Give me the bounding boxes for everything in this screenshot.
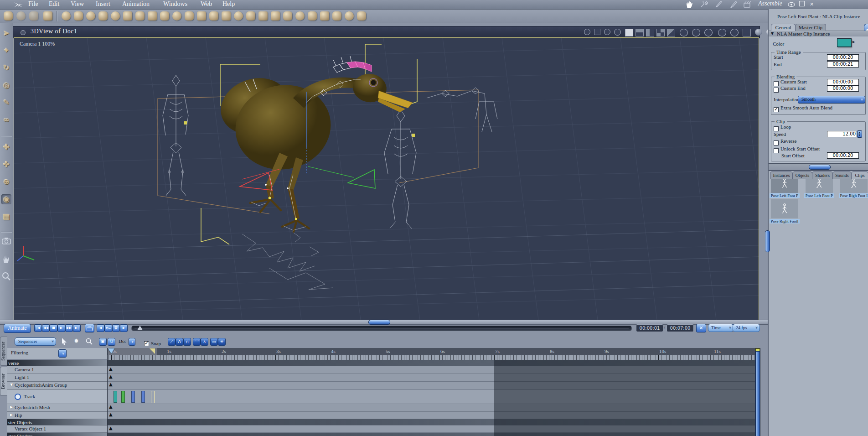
collapsed-icon[interactable]: ▶ [10, 413, 13, 417]
smoke-tool-icon[interactable] [246, 11, 255, 21]
time-ruler[interactable]: 0s 1s 2s 3s 4s 5s 6s 7s 8s 9s 10s 11s [108, 348, 755, 355]
wireframe-cube-icon[interactable] [743, 29, 751, 36]
3d-scene[interactable] [14, 38, 759, 320]
hand-tool-icon[interactable] [2, 254, 11, 264]
spotlight-tool-icon[interactable] [308, 11, 317, 21]
custom-end-field[interactable]: 00:00:00 [827, 85, 859, 92]
timeline-slider-thumb[interactable] [137, 326, 143, 330]
speed-field[interactable]: 12.00 [827, 131, 857, 137]
viewport-collapse-icon[interactable] [21, 30, 26, 35]
nla-clip-blue[interactable] [141, 391, 145, 403]
pen-mode-icon[interactable] [715, 1, 723, 8]
clip-item[interactable]: Pose Right FootI [770, 199, 800, 223]
go-start-button[interactable]: |◀ [34, 324, 42, 332]
bounds-tool-icon[interactable]: ▦ [1, 212, 11, 222]
timeline[interactable]: ▲ ▲ ▲ ▲ ▲ ▲ 0s 1s 2s 3s 4s 5s 6s [107, 348, 755, 436]
move-tool-icon[interactable]: ✚ [1, 142, 11, 152]
range-end-marker[interactable] [150, 348, 155, 354]
curve-burst-button[interactable]: ✳ [218, 338, 226, 346]
unlock-start-offset-checkbox[interactable] [774, 146, 779, 154]
page-tool-icon[interactable] [43, 11, 52, 21]
tree-tool-icon[interactable] [135, 11, 145, 21]
joint-tool-icon[interactable] [98, 11, 108, 21]
hand-mode-icon[interactable] [686, 1, 694, 8]
tab-sequencer[interactable]: Sequencer [0, 337, 7, 366]
blob-tool-icon[interactable] [295, 11, 305, 21]
snap-checkbox[interactable]: ✓ Snap [144, 339, 161, 347]
speed-stepper[interactable]: ▲▼ [857, 130, 862, 138]
globe-tool-icon[interactable] [86, 11, 95, 21]
marquee-mode-button[interactable]: ▣ [99, 338, 107, 346]
sphere-tool-icon[interactable] [62, 11, 71, 21]
menu-file[interactable]: File [28, 0, 38, 8]
nla-clip-teal[interactable] [114, 391, 117, 403]
timeline-slider[interactable] [131, 326, 632, 331]
end-time-field[interactable]: 00:07:00 [666, 324, 694, 332]
camera-tool-icon[interactable] [2, 237, 11, 244]
menu-view[interactable]: View [71, 0, 84, 8]
set-key-button[interactable] [104, 324, 112, 332]
viewport-titlebar[interactable]: 3DView of Doc1 [13, 26, 760, 38]
text-tool-icon[interactable] [123, 11, 132, 21]
nla-clip-selected[interactable] [151, 391, 155, 403]
drag-tool-icon[interactable] [29, 11, 38, 21]
frame-rate-dropdown[interactable]: 24 fps» [733, 324, 760, 332]
layout-single-icon[interactable] [625, 29, 633, 36]
orbit-tool-icon[interactable]: ◎ [1, 80, 11, 90]
reverse-checkbox[interactable] [774, 138, 779, 146]
bush-tool-icon[interactable] [160, 11, 169, 21]
next-key-button[interactable]: ▶ [120, 324, 128, 332]
eye-icon[interactable] [15, 394, 21, 400]
disclosure-icon[interactable]: ▼ [771, 31, 774, 36]
track-row-header[interactable]: verse [7, 360, 107, 366]
pan-tool-icon[interactable] [16, 11, 26, 21]
preview-button[interactable] [85, 324, 94, 332]
stop-button[interactable]: ■ [50, 324, 57, 332]
drop-mode-button[interactable]: ⊔ [108, 338, 115, 346]
rotate-tool-icon[interactable]: ↻ [1, 63, 11, 73]
movie-camera-tool-icon[interactable] [320, 11, 329, 21]
terrain-tool-icon[interactable] [222, 11, 231, 21]
timeline-vscrollbar[interactable] [755, 348, 760, 436]
expand-icon[interactable]: ▼ [10, 383, 13, 387]
rain-tool-icon[interactable] [332, 11, 341, 21]
curve-ease-button[interactable]: ⟋ [168, 338, 176, 346]
menu-insert[interactable]: Insert [96, 0, 110, 8]
rewind-button[interactable]: ◀◀ [42, 324, 50, 332]
play-button[interactable]: ▶ [57, 324, 65, 332]
custom-start-field[interactable]: 00:00:00 [827, 79, 859, 85]
lights-view-icon[interactable] [584, 29, 590, 35]
fountain-tool-icon[interactable] [148, 11, 157, 21]
gear-tool-icon[interactable]: ✹ [74, 337, 79, 344]
tab-objects[interactable]: Objects [792, 171, 812, 179]
selected-bones[interactable] [333, 56, 372, 73]
tab-sounds[interactable]: Sounds [832, 171, 852, 179]
track-row-collapsed[interactable]: ▶Hip [7, 412, 107, 419]
wrench-mode-icon[interactable] [700, 1, 708, 8]
curve-window-button[interactable]: ▭ [210, 338, 218, 346]
nla-clip-blue[interactable] [131, 391, 135, 403]
delete-key-button[interactable] [112, 324, 120, 332]
move-plane-tool-icon[interactable]: ⊕ [1, 177, 11, 187]
zoom-tool-icon[interactable] [2, 272, 11, 281]
particle-tool-icon[interactable] [197, 11, 206, 21]
color-swatch[interactable] [837, 38, 852, 47]
magnify-tool-icon[interactable] [86, 338, 93, 345]
tab-browser[interactable]: Browser [0, 367, 7, 396]
droplet-tool-icon[interactable] [185, 11, 194, 21]
menu-edit[interactable]: Edit [49, 0, 59, 8]
time-mode-dropdown[interactable]: Time» [708, 324, 734, 332]
playhead-marker[interactable] [108, 348, 114, 353]
axis-mode-icon[interactable] [730, 29, 739, 36]
wire-shield-top-icon[interactable] [692, 29, 700, 36]
layout-2h-icon[interactable] [636, 29, 644, 36]
select-tool-icon[interactable]: ➤ [1, 28, 11, 38]
maximize-icon[interactable] [799, 1, 805, 6]
gimbal-view-icon[interactable] [614, 29, 621, 36]
interpolation-dropdown[interactable]: Smooth » [798, 96, 865, 104]
tab-general[interactable]: General [771, 24, 796, 31]
world-move-tool-icon[interactable]: ◉ [1, 194, 11, 204]
fast-forward-button[interactable]: ▶▶ [65, 324, 73, 332]
prev-key-button[interactable]: ◀ [97, 324, 104, 332]
track-row[interactable]: Vertex Object 1 [7, 426, 107, 433]
